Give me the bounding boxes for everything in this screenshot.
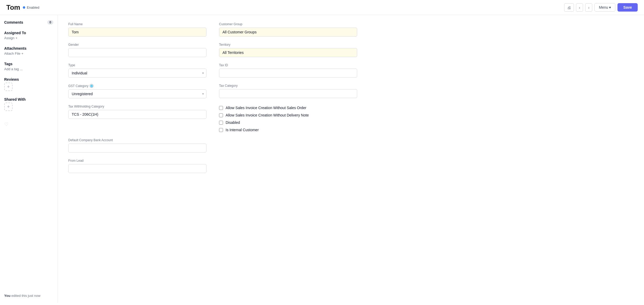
add-tag-label: Add a tag ... xyxy=(4,67,23,71)
allow-invoice-no-delivery-checkbox[interactable] xyxy=(219,113,223,117)
reviews-label: Reviews xyxy=(4,77,19,82)
sidebar-shared: Shared With + xyxy=(4,97,53,111)
sidebar-tags: Tags Add a tag ... xyxy=(4,62,53,71)
tax-category-input[interactable] xyxy=(219,89,357,98)
reviews-header: Reviews xyxy=(4,77,53,82)
content-area: Full Name Customer Group Gender Territor… xyxy=(58,15,644,303)
from-lead-input[interactable] xyxy=(68,164,206,173)
next-button[interactable]: › xyxy=(585,3,592,12)
assigned-to-label: Assigned To xyxy=(4,31,26,35)
full-name-group: Full Name xyxy=(68,22,206,37)
territory-label: Territory xyxy=(219,43,357,47)
comments-header: Comments 0 xyxy=(4,20,53,24)
print-button[interactable]: 🖨 xyxy=(564,3,574,12)
tax-withholding-group: Tax Withholding Category xyxy=(68,105,206,132)
from-lead-label: From Lead xyxy=(68,159,206,162)
allow-invoice-no-order-checkbox[interactable] xyxy=(219,106,223,110)
is-internal-customer-item[interactable]: Is Internal Customer xyxy=(219,128,357,132)
main-layout: Comments 0 Assigned To Assign + Attachme… xyxy=(0,15,644,303)
header-left: Tom Enabled xyxy=(6,3,39,12)
tags-label: Tags xyxy=(4,62,13,66)
tax-category-group: Tax Category xyxy=(219,84,357,98)
status-badge: Enabled xyxy=(23,6,39,9)
allow-invoice-no-delivery-item[interactable]: Allow Sales Invoice Creation Without Del… xyxy=(219,113,357,117)
assign-label: Assign xyxy=(4,36,14,40)
tax-withholding-input[interactable] xyxy=(68,110,206,119)
footer-you: You xyxy=(4,294,11,298)
allow-invoice-no-order-item[interactable]: Allow Sales Invoice Creation Without Sal… xyxy=(219,106,357,110)
default-bank-input[interactable] xyxy=(68,144,206,152)
tags-header: Tags xyxy=(4,62,53,66)
customer-group-group: Customer Group xyxy=(219,22,357,37)
from-lead-group: From Lead xyxy=(68,159,206,173)
attach-file-label: Attach File xyxy=(4,52,20,55)
add-tag-action[interactable]: Add a tag ... xyxy=(4,67,53,71)
tax-id-label: Tax ID xyxy=(219,63,357,67)
sidebar: Comments 0 Assigned To Assign + Attachme… xyxy=(0,15,58,303)
page-title: Tom xyxy=(6,3,20,12)
full-name-input[interactable] xyxy=(68,28,206,37)
gst-category-label: GST Category 🌐 xyxy=(68,84,206,88)
territory-input[interactable] xyxy=(219,48,357,57)
globe-icon: 🌐 xyxy=(90,84,94,88)
allow-invoice-no-order-label: Allow Sales Invoice Creation Without Sal… xyxy=(226,106,306,110)
default-bank-label: Default Company Bank Account xyxy=(68,138,206,142)
form-grid: Full Name Customer Group Gender Territor… xyxy=(68,22,357,173)
heart-icon[interactable]: ♡ xyxy=(4,122,8,127)
comments-label: Comments xyxy=(4,20,23,24)
checkboxes-group: Allow Sales Invoice Creation Without Sal… xyxy=(219,105,357,132)
type-select-wrapper: Individual Company ▾ xyxy=(68,69,206,78)
default-bank-group: Default Company Bank Account xyxy=(68,138,206,152)
save-button[interactable]: Save xyxy=(617,3,638,12)
disabled-checkbox[interactable] xyxy=(219,121,223,125)
type-group: Type Individual Company ▾ xyxy=(68,63,206,78)
shared-with-label: Shared With xyxy=(4,97,26,101)
customer-group-input[interactable] xyxy=(219,28,357,37)
type-select[interactable]: Individual Company xyxy=(68,69,206,78)
header-right: 🖨 ‹ › Menu ▾ Save xyxy=(564,3,638,12)
chevron-down-icon: ▾ xyxy=(609,5,611,9)
checkbox-group: Allow Sales Invoice Creation Without Sal… xyxy=(219,105,357,132)
sidebar-reviews: Reviews + xyxy=(4,77,53,91)
status-dot xyxy=(23,6,25,9)
tax-id-input[interactable] xyxy=(219,69,357,78)
gender-label: Gender xyxy=(68,43,206,47)
tax-withholding-label: Tax Withholding Category xyxy=(68,105,206,108)
add-shared-button[interactable]: + xyxy=(4,103,13,111)
sidebar-assigned: Assigned To Assign + xyxy=(4,31,53,40)
full-name-label: Full Name xyxy=(68,22,206,26)
spacer xyxy=(219,138,357,152)
attach-file-action[interactable]: Attach File + xyxy=(4,52,53,55)
customer-group-label: Customer Group xyxy=(219,22,357,26)
is-internal-customer-label: Is Internal Customer xyxy=(226,128,259,132)
is-internal-customer-checkbox[interactable] xyxy=(219,128,223,132)
disabled-label: Disabled xyxy=(226,120,240,125)
gst-category-select-wrapper: Unregistered Registered Regular Register… xyxy=(68,89,206,98)
header: Tom Enabled 🖨 ‹ › Menu ▾ Save xyxy=(0,0,644,15)
assign-action[interactable]: Assign + xyxy=(4,36,53,40)
gender-group: Gender xyxy=(68,43,206,57)
territory-group: Territory xyxy=(219,43,357,57)
gst-category-select[interactable]: Unregistered Registered Regular Register… xyxy=(68,89,206,98)
attachments-header: Attachments xyxy=(4,46,53,50)
shared-with-header: Shared With xyxy=(4,97,53,101)
menu-label: Menu xyxy=(599,5,608,9)
status-label: Enabled xyxy=(27,6,39,9)
assigned-to-header: Assigned To xyxy=(4,31,53,35)
assign-plus-icon: + xyxy=(15,36,18,40)
gender-input[interactable] xyxy=(68,48,206,57)
menu-button[interactable]: Menu ▾ xyxy=(594,3,615,12)
prev-button[interactable]: ‹ xyxy=(576,3,583,12)
tax-category-label: Tax Category xyxy=(219,84,357,88)
add-review-button[interactable]: + xyxy=(4,83,13,91)
gst-category-group: GST Category 🌐 Unregistered Registered R… xyxy=(68,84,206,98)
footer-text: edited this just now xyxy=(11,294,40,298)
attachments-label: Attachments xyxy=(4,46,27,50)
tax-id-group: Tax ID xyxy=(219,63,357,78)
allow-invoice-no-delivery-label: Allow Sales Invoice Creation Without Del… xyxy=(226,113,309,117)
comments-badge: 0 xyxy=(47,20,53,24)
disabled-item[interactable]: Disabled xyxy=(219,120,357,125)
sidebar-comments: Comments 0 xyxy=(4,20,53,24)
type-label: Type xyxy=(68,63,206,67)
attach-plus-icon: + xyxy=(21,52,23,55)
